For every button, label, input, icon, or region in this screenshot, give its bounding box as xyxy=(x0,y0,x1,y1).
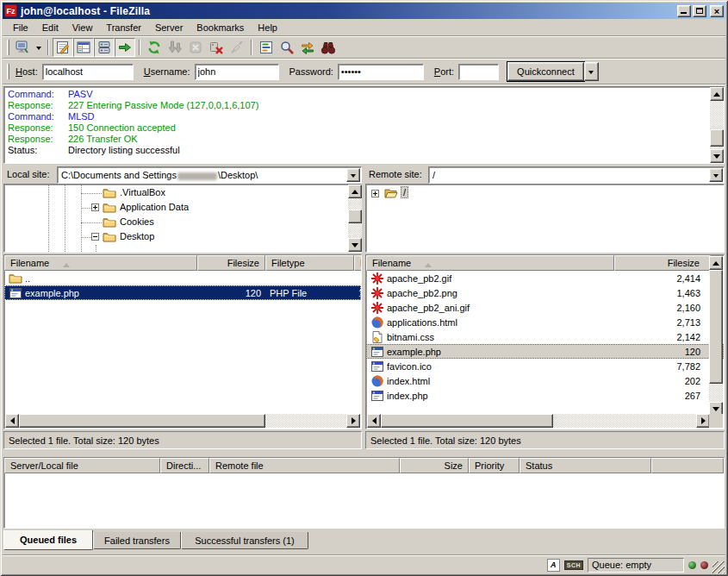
file-row[interactable]: applications.html 2,713 xyxy=(366,315,724,329)
menu-transfer[interactable]: Transfer xyxy=(99,21,148,34)
quickconnect-button[interactable]: Quickconnect xyxy=(507,62,584,81)
local-tree-scroll-thumb[interactable] xyxy=(348,210,362,223)
minimize-icon xyxy=(681,12,687,14)
queue-tabs: Queued files Failed transfers Successful… xyxy=(3,530,308,551)
tab-queued-files[interactable]: Queued files xyxy=(3,530,93,550)
tab-failed-transfers[interactable]: Failed transfers xyxy=(93,532,181,549)
directory-comparison-button[interactable] xyxy=(277,38,297,57)
tree-item-virtualbox[interactable]: .VirtualBox xyxy=(117,186,168,198)
menu-bookmarks[interactable]: Bookmarks xyxy=(190,21,251,34)
column-header-status[interactable]: Status xyxy=(520,458,651,473)
tab-successful-transfers[interactable]: Successful transfers (1) xyxy=(181,532,308,549)
host-input[interactable] xyxy=(42,64,134,80)
reconnect-button[interactable] xyxy=(227,38,247,57)
local-list-scroll-right-button[interactable] xyxy=(346,414,360,428)
log-scroll-thumb[interactable] xyxy=(710,129,724,147)
local-tree-scroll-up-button[interactable] xyxy=(348,185,362,198)
file-row[interactable]: apache_pb2_ani.gif 2,160 xyxy=(366,300,724,315)
tree-item-desktop[interactable]: Desktop xyxy=(117,230,157,242)
collapse-icon[interactable] xyxy=(91,233,99,241)
speed-limit-icon: SCH xyxy=(564,560,583,570)
remote-list-scroll-up-button[interactable] xyxy=(709,256,723,270)
title-bar[interactable]: Fz john@localhost - FileZilla × xyxy=(3,3,725,19)
remote-list-hscroll-thumb[interactable] xyxy=(381,414,553,428)
local-site-label: Local site: xyxy=(7,169,50,179)
tree-item-application-data[interactable]: Application Data xyxy=(117,201,191,213)
file-row[interactable]: index.html 202 xyxy=(366,373,724,388)
site-manager-button[interactable] xyxy=(12,38,33,57)
remote-site-dropdown-button[interactable] xyxy=(709,168,723,182)
remote-site-combobox[interactable]: / xyxy=(428,166,725,184)
menu-server[interactable]: Server xyxy=(148,21,190,34)
open-folder-icon xyxy=(384,186,398,200)
file-row-example-php[interactable]: example.php 120 xyxy=(366,344,724,359)
remote-list-scroll-left-button[interactable] xyxy=(367,414,381,428)
column-header-remote-file[interactable]: Remote file xyxy=(209,458,400,473)
file-row[interactable]: favicon.ico 7,782 xyxy=(366,359,724,373)
expand-icon[interactable] xyxy=(371,190,379,197)
process-queue-button[interactable] xyxy=(165,38,185,57)
disconnect-button[interactable] xyxy=(206,38,227,57)
menu-file[interactable]: File xyxy=(6,21,35,34)
close-button[interactable]: × xyxy=(710,5,724,17)
column-header-size[interactable]: Size xyxy=(400,458,469,473)
column-header-filesize[interactable]: Filesize xyxy=(614,255,711,271)
site-manager-dropdown-button[interactable] xyxy=(33,38,44,57)
file-row[interactable]: index.php 267 xyxy=(366,388,724,403)
local-list-hscroll-thumb[interactable] xyxy=(19,414,265,428)
apache-file-icon xyxy=(370,301,384,315)
local-directory-tree[interactable]: .VirtualBox Application Data Cookies Des… xyxy=(3,184,362,253)
local-site-combobox[interactable]: C:\Documents and Settings\Desktop\ xyxy=(57,166,362,184)
log-scroll-up-button[interactable] xyxy=(710,87,724,101)
resize-grip[interactable] xyxy=(712,561,725,573)
file-row-example-php[interactable]: example.php 120 PHP File 1 xyxy=(4,285,361,300)
file-row[interactable]: apache_pb2.png 1,463 xyxy=(366,285,724,300)
log-scroll-down-button[interactable] xyxy=(710,149,724,163)
username-input[interactable] xyxy=(195,64,279,80)
refresh-button[interactable] xyxy=(144,38,165,57)
column-header-lastmodified[interactable]: L xyxy=(354,255,362,271)
arrow-up-icon xyxy=(352,186,358,194)
local-site-dropdown-button[interactable] xyxy=(346,168,360,182)
synchronized-browsing-button[interactable] xyxy=(297,38,318,57)
tree-item-cookies[interactable]: Cookies xyxy=(117,216,157,228)
tree-item-root[interactable]: / xyxy=(401,186,408,198)
column-header-server-local-file[interactable]: Server/Local file xyxy=(4,458,160,473)
remote-list-vscroll-thumb[interactable] xyxy=(709,270,723,384)
toggle-remote-tree-button[interactable] xyxy=(94,38,115,57)
column-header-filename[interactable]: Filename xyxy=(4,255,197,271)
column-header-filesize[interactable]: Filesize xyxy=(197,255,265,271)
remote-list-scroll-right-button[interactable] xyxy=(696,414,710,428)
log-line: Response:226 Transfer OK xyxy=(4,134,724,145)
local-list-scroll-left-button[interactable] xyxy=(5,414,19,428)
toggle-local-tree-button[interactable] xyxy=(73,38,94,57)
quickconnect-dropdown-button[interactable] xyxy=(584,62,599,81)
remote-directory-tree[interactable]: / xyxy=(365,184,725,253)
filter-icon xyxy=(258,40,274,55)
menu-view[interactable]: View xyxy=(65,21,100,34)
local-selection-status: Selected 1 file. Total size: 120 bytes xyxy=(3,431,362,449)
column-header-filetype[interactable]: Filetype xyxy=(265,255,354,271)
file-row-parent-dir[interactable]: .. xyxy=(4,271,361,285)
expand-icon[interactable] xyxy=(91,203,99,211)
column-header-priority[interactable]: Priority xyxy=(469,458,520,473)
local-tree-scroll-down-button[interactable] xyxy=(348,238,362,252)
maximize-button[interactable] xyxy=(693,5,706,17)
minimize-button[interactable] xyxy=(677,5,691,17)
filter-button[interactable] xyxy=(256,38,277,57)
toggle-message-log-button[interactable] xyxy=(53,38,73,57)
file-row[interactable]: bitnami.css 2,142 xyxy=(366,329,724,344)
toolbar-grip xyxy=(7,40,9,55)
cancel-button[interactable] xyxy=(185,38,206,57)
column-header-filename[interactable]: Filename xyxy=(366,255,614,271)
port-input[interactable] xyxy=(458,64,499,80)
password-input[interactable] xyxy=(338,64,424,80)
find-files-button[interactable] xyxy=(318,38,339,57)
column-header-direction[interactable]: Directi... xyxy=(160,458,209,473)
arrow-down-icon xyxy=(713,154,720,162)
menu-help[interactable]: Help xyxy=(251,21,284,34)
toggle-transfer-queue-button[interactable] xyxy=(115,38,135,57)
arrow-up-icon xyxy=(713,89,720,97)
menu-edit[interactable]: Edit xyxy=(35,21,65,34)
file-row[interactable]: apache_pb2.gif 2,414 xyxy=(366,271,724,285)
